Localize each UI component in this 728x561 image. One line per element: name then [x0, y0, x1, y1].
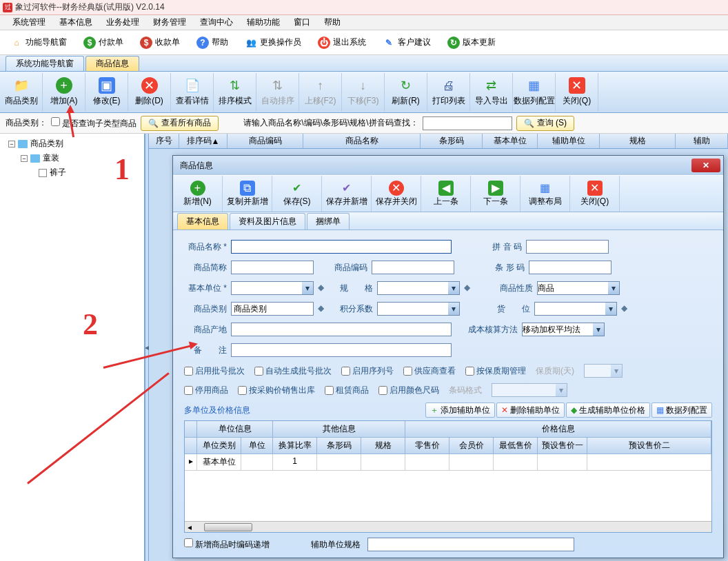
chevron-down-icon[interactable]: ▾ — [605, 303, 616, 315]
col-unit-type[interactable]: 单位类别 — [197, 438, 241, 454]
search-input[interactable] — [423, 116, 512, 130]
col-spec[interactable]: 规格 — [361, 438, 405, 454]
chk-autocode[interactable]: 新增商品时编码递增 — [184, 538, 270, 551]
btn-del-aux[interactable]: ✕删除辅助单位 — [496, 402, 565, 418]
browse-icon[interactable]: ◆ — [318, 283, 329, 294]
dlg-tab-bundle[interactable]: 捆绑单 — [307, 213, 350, 229]
inp-cat[interactable] — [231, 302, 314, 316]
dlg-save[interactable]: ✔保存(S) — [272, 176, 322, 212]
tab-nav[interactable]: 系统功能导航窗 — [6, 56, 84, 71]
chk-color[interactable]: 启用颜色尺码 — [378, 385, 439, 396]
viewall-button[interactable]: 🔍查看所有商品 — [141, 116, 219, 131]
tree-child2[interactable]: 裤子 — [3, 165, 141, 180]
collapse-icon[interactable]: − — [21, 155, 28, 162]
inp-short[interactable] — [231, 261, 314, 274]
menu-business[interactable]: 业务处理 — [99, 17, 146, 28]
tb-category[interactable]: 📁商品类别 — [0, 73, 43, 112]
col-min[interactable]: 最低售价 — [494, 438, 538, 454]
aux-grid-row[interactable]: ▸ 基本单位 1 — [185, 454, 711, 471]
dialog-titlebar[interactable]: 商品信息 ✕ — [173, 156, 723, 175]
sub-checkbox[interactable] — [51, 117, 60, 126]
dlg-copy[interactable]: ⧉复制并新增 — [223, 176, 272, 212]
menu-system[interactable]: 系统管理 — [6, 17, 52, 28]
combo-unit[interactable]: ▾ — [231, 281, 314, 295]
switch-user-button[interactable]: 👥更换操作员 — [237, 33, 309, 52]
help-button[interactable]: ?帮助 — [189, 33, 236, 52]
dlg-new[interactable]: +新增(N) — [173, 176, 223, 212]
chk-autobatch[interactable]: 自动生成批号批次 — [254, 365, 332, 377]
inp-pinyin[interactable] — [526, 240, 609, 254]
browse-icon[interactable]: ◆ — [318, 303, 329, 314]
col-spec[interactable]: 规格 — [600, 134, 676, 148]
dlg-save-close[interactable]: ✕保存并关闭 — [372, 176, 421, 212]
combo-loc[interactable]: ▾ — [534, 302, 617, 316]
col-seq[interactable]: 序号 — [149, 134, 179, 148]
col-auxunit[interactable]: 辅助单位 — [538, 134, 600, 148]
tb-io[interactable]: ⇄导入导出 — [470, 73, 513, 112]
menu-help[interactable]: 帮助 — [317, 17, 347, 28]
menu-window[interactable]: 窗口 — [287, 17, 317, 28]
col-pre2[interactable]: 预设售价二 — [587, 438, 711, 454]
col-rate[interactable]: 换算比率 — [273, 438, 317, 454]
update-button[interactable]: ↻版本更新 — [440, 33, 503, 52]
chk-serial[interactable]: 启用序列号 — [341, 365, 394, 377]
chk-quality[interactable]: 按保质期管理 — [465, 365, 526, 377]
pay-button[interactable]: $付款单 — [76, 33, 131, 52]
collapse-icon[interactable]: − — [8, 141, 15, 147]
combo-nature[interactable]: 商品▾ — [537, 281, 620, 295]
dlg-tab-basic[interactable]: 基本信息 — [177, 213, 228, 229]
btn-gen-price[interactable]: ◆生成辅助单位价格 — [566, 402, 650, 418]
combo-points[interactable]: ▾ — [377, 302, 460, 316]
multi-unit-link[interactable]: 多单位及价格信息 — [184, 405, 250, 416]
dlg-next[interactable]: ▶下一条 — [471, 176, 520, 212]
chk-rent[interactable]: 租赁商品 — [325, 385, 369, 396]
search-button[interactable]: 🔍查询 (S) — [516, 116, 574, 131]
col-name[interactable]: 商品名称 — [303, 134, 421, 148]
col-code[interactable]: 商品编码 — [228, 134, 303, 148]
tree-root[interactable]: −商品类别 — [3, 136, 141, 151]
inp-origin[interactable] — [231, 323, 452, 336]
btn-add-aux[interactable]: ＋添加辅助单位 — [425, 402, 495, 418]
exit-button[interactable]: ⏻退出系统 — [310, 33, 374, 52]
tb-delete[interactable]: ✕删除(D) — [128, 73, 171, 112]
menu-aux[interactable]: 辅助功能 — [240, 17, 287, 28]
chevron-down-icon[interactable]: ▾ — [448, 303, 459, 315]
dlg-layout[interactable]: ▦调整布局 — [520, 176, 570, 212]
tb-up[interactable]: ↑上移(F2) — [299, 73, 342, 112]
tb-print[interactable]: 🖨打印列表 — [427, 73, 470, 112]
col-retail[interactable]: 零售价 — [405, 438, 449, 454]
nav-button[interactable]: ⌂功能导航窗 — [3, 33, 74, 52]
dialog-close-button[interactable]: ✕ — [691, 159, 720, 172]
inp-code[interactable] — [372, 261, 454, 274]
tree-child1[interactable]: −童装 — [3, 151, 141, 165]
chk-vendor[interactable]: 供应商查看 — [403, 365, 456, 377]
tab-product[interactable]: 商品信息 — [85, 56, 139, 71]
col-unit[interactable]: 单位 — [241, 438, 273, 454]
menu-query[interactable]: 查询中心 — [193, 17, 240, 28]
aux-grid-scrollbar[interactable]: ◂ — [185, 521, 711, 532]
tb-cols[interactable]: ▦数据列配置 — [513, 73, 556, 112]
scroll-thumb[interactable] — [204, 523, 252, 531]
menu-basic[interactable]: 基本信息 — [52, 17, 99, 28]
combo-spec[interactable]: ▾ — [377, 281, 460, 295]
dlg-tab-info[interactable]: 资料及图片信息 — [230, 213, 305, 229]
tb-sort[interactable]: ⇅排序模式 — [214, 73, 256, 112]
browse-icon[interactable]: ◆ — [621, 303, 632, 314]
col-unit[interactable]: 基本单位 — [483, 134, 538, 148]
chevron-down-icon[interactable]: ▾ — [608, 282, 619, 294]
combo-costmethod[interactable]: 移动加权平均法▾ — [522, 323, 605, 336]
tb-add[interactable]: +增加(A) — [43, 73, 85, 112]
browse-icon[interactable]: ◆ — [464, 283, 475, 294]
chk-stop[interactable]: 停用商品 — [184, 385, 228, 396]
chevron-down-icon[interactable]: ▾ — [302, 282, 313, 294]
col-member[interactable]: 会员价 — [449, 438, 494, 454]
chk-purchase[interactable]: 按采购价销售出库 — [238, 385, 315, 396]
inp-remark[interactable] — [231, 343, 452, 357]
inp-auxspec[interactable] — [367, 538, 574, 551]
tb-detail[interactable]: 📄查看详情 — [171, 73, 214, 112]
tb-down[interactable]: ↓下移(F3) — [342, 73, 385, 112]
sub-check[interactable]: 是否查询子类型商品 — [51, 117, 136, 130]
inp-name[interactable] — [231, 240, 452, 254]
dlg-close[interactable]: ✕关闭(Q) — [570, 176, 620, 212]
tb-close[interactable]: ✕关闭(Q) — [556, 73, 598, 112]
